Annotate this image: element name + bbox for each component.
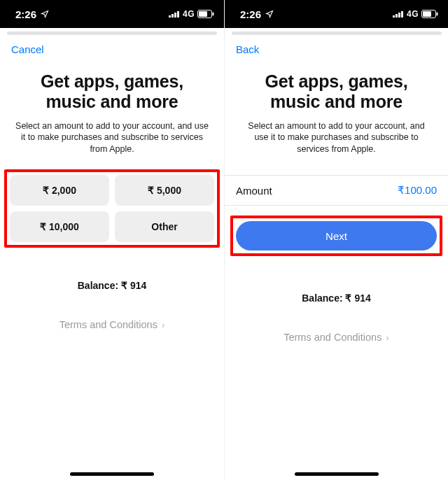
- svg-rect-6: [213, 13, 214, 16]
- terms-link[interactable]: Terms and Conditions ›: [0, 319, 224, 330]
- amount-row: Amount ₹100.00: [225, 175, 448, 206]
- status-time: 2:26: [15, 8, 36, 20]
- next-button-highlight: Next: [230, 216, 442, 256]
- chevron-right-icon: ›: [162, 320, 164, 330]
- network-label: 4G: [407, 9, 419, 19]
- balance-label: Balance: ₹ 914: [0, 280, 224, 291]
- battery-icon: [197, 10, 214, 18]
- svg-rect-1: [172, 14, 174, 17]
- home-indicator[interactable]: [70, 472, 154, 476]
- signal-icon: [169, 10, 180, 17]
- network-label: 4G: [183, 9, 195, 19]
- nav-bar: Cancel: [0, 36, 224, 62]
- amount-option-5000[interactable]: ₹ 5,000: [115, 175, 214, 206]
- nav-bar: Back: [225, 36, 448, 62]
- sheet-grabber: [225, 28, 448, 36]
- cancel-button[interactable]: Cancel: [11, 43, 44, 55]
- svg-rect-0: [169, 15, 171, 17]
- status-bar: 2:26 4G: [0, 0, 224, 28]
- page-title: Get apps, games, music and more: [11, 71, 213, 112]
- screen-enter-amount: 2:26 4G Back Get apps, games,: [224, 0, 448, 480]
- svg-rect-7: [393, 15, 395, 17]
- battery-icon: [421, 10, 438, 18]
- next-button[interactable]: Next: [236, 221, 437, 250]
- svg-rect-8: [396, 14, 398, 17]
- sheet-grabber: [0, 28, 224, 36]
- signal-icon: [393, 10, 404, 17]
- status-bar: 2:26 4G: [225, 0, 448, 28]
- amount-option-other[interactable]: Other: [115, 211, 214, 242]
- location-icon: [41, 10, 49, 18]
- svg-rect-9: [398, 13, 400, 17]
- svg-rect-5: [199, 11, 207, 17]
- home-indicator[interactable]: [295, 472, 379, 476]
- page-subtitle: Select an amount to add to your account,…: [11, 120, 213, 156]
- chevron-right-icon: ›: [386, 332, 388, 343]
- svg-rect-3: [177, 11, 179, 17]
- status-time: 2:26: [240, 8, 261, 20]
- location-icon: [265, 10, 274, 18]
- svg-rect-13: [437, 13, 438, 16]
- amount-label: Amount: [236, 185, 272, 197]
- amount-options-highlight: ₹ 2,000 ₹ 5,000 ₹ 10,000 Other: [4, 169, 220, 248]
- svg-rect-10: [401, 11, 403, 17]
- page-title: Get apps, games, music and more: [236, 71, 437, 112]
- screen-select-amount: 2:26 4G Cancel Get apps, games,: [0, 0, 224, 480]
- amount-option-10000[interactable]: ₹ 10,000: [10, 211, 109, 242]
- page-subtitle: Select an amount to add to your account,…: [236, 120, 437, 156]
- amount-option-2000[interactable]: ₹ 2,000: [10, 175, 109, 206]
- back-button[interactable]: Back: [236, 43, 259, 55]
- amount-value[interactable]: ₹100.00: [398, 184, 437, 197]
- terms-link[interactable]: Terms and Conditions ›: [225, 332, 448, 343]
- balance-label: Balance: ₹ 914: [225, 292, 448, 304]
- svg-rect-12: [423, 11, 431, 17]
- svg-rect-2: [174, 13, 176, 17]
